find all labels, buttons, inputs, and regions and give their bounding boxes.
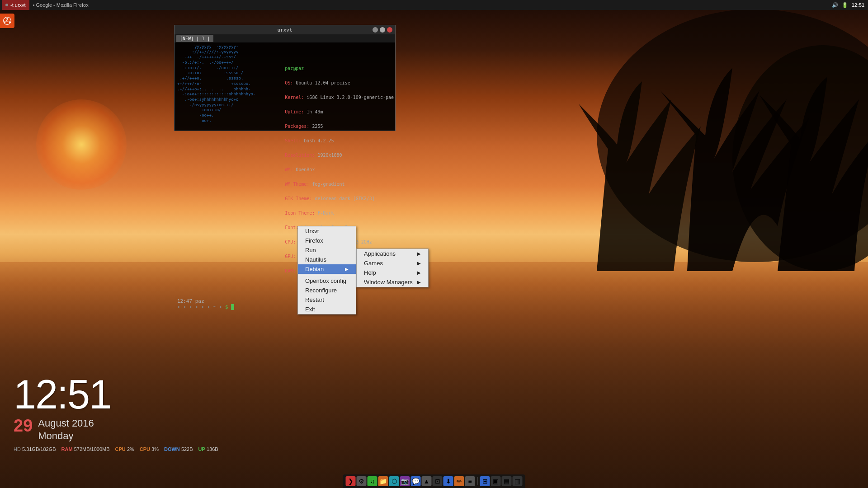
bottom-dock: ❯ ⚙ ♫ 📁 ⬡ 📷 💬 ▲ ⊡ ⬇ ✏ ≡ ⊞ ▣ ▤ ▥ [343, 474, 525, 488]
menu-label-run: Run [305, 247, 316, 253]
prompt-cursor: $ █ [225, 304, 234, 310]
terminal-window: urxvt [NEW] | 1 | yyyyyyy -yyyyyyy- ://+… [174, 25, 396, 131]
stat-up: UP 136B [198, 446, 218, 452]
menu-label-openbox-config: Openbox config [305, 277, 346, 284]
stat-up-value: 136B [207, 446, 218, 452]
menu-arrow-help: ▶ [417, 270, 421, 275]
svg-point-5 [9, 21, 10, 23]
menu-item-run[interactable]: Run [298, 245, 356, 255]
dock-icon-paint[interactable]: ✏ [454, 476, 464, 486]
stat-cpu2: CPU 3% [140, 446, 159, 452]
water-reflection [0, 262, 868, 488]
dock-icon-terminal[interactable]: ❯ [346, 476, 356, 486]
task-firefox-label: • Google - Mozilla Firefox [33, 2, 89, 8]
menu-item-games[interactable]: Games ▶ [357, 258, 428, 268]
dock-icon-calc[interactable]: ≡ [465, 476, 475, 486]
clock-date-text: August 2016 Monday [38, 417, 94, 443]
stat-cpu1: CPU 2% [115, 446, 134, 452]
main-menu: Urxvt Firefox Run Nautilus Debian ▶ Open… [297, 226, 356, 314]
clock-day-number: 29 [14, 417, 33, 434]
clock-month-year: August 2016 [38, 417, 94, 430]
clock-day-name: Monday [38, 430, 94, 443]
terminal-title: urxvt [277, 27, 292, 33]
menu-item-exit[interactable]: Exit [298, 305, 356, 314]
menu-arrow-applications: ▶ [417, 251, 421, 256]
terminal-tab-label: [NEW] | 1 | [180, 36, 210, 41]
dock-icon-files[interactable]: 📁 [378, 476, 388, 486]
menu-separator [298, 275, 356, 275]
ubuntu-logo [3, 16, 12, 25]
dock-separator [477, 477, 478, 485]
battery-icon: 🔋 [842, 2, 848, 8]
dock-icon-download[interactable]: ⬇ [443, 476, 453, 486]
menu-label-applications: Applications [364, 250, 396, 257]
menu-item-nautilus[interactable]: Nautilus [298, 255, 356, 264]
menu-label-reconfigure: Reconfigure [305, 287, 337, 294]
close-button[interactable] [387, 27, 392, 33]
dock-icon-network[interactable]: ⬡ [389, 476, 399, 486]
terminal-tabs: [NEW] | 1 | [175, 34, 395, 42]
menu-item-urxvt[interactable]: Urxvt [298, 226, 356, 236]
stat-hd: HD 5.31GB/182GB [14, 446, 56, 452]
submenu-debian: Applications ▶ Games ▶ Help ▶ Window Man… [356, 249, 429, 287]
window-controls [373, 27, 392, 33]
stat-up-label: UP [198, 446, 205, 452]
ubuntu-button[interactable] [0, 14, 14, 28]
volume-icon[interactable]: 🔊 [832, 2, 838, 8]
prompt-dots: • • • • • • ~ • [177, 304, 222, 310]
menu-label-urxvt: Urxvt [305, 228, 319, 235]
stat-hd-value: 5.31GB/182GB [22, 446, 56, 452]
menu-label-firefox: Firefox [305, 237, 323, 244]
menu-label-help: Help [364, 269, 376, 276]
dock-icon-music[interactable]: ♫ [368, 476, 377, 486]
stat-ram: RAM 572MB/1000MB [61, 446, 110, 452]
taskbar-clock: 12:51 [852, 2, 864, 8]
clock-widget: 12:51 29 August 2016 Monday [14, 374, 111, 443]
dock-icon-up[interactable]: ▲ [422, 476, 432, 486]
stat-down-value: 522B [181, 446, 193, 452]
prompt-time: 12:47 paz [177, 298, 204, 304]
dock-icon-preview2[interactable]: ▤ [502, 476, 512, 486]
maximize-button[interactable] [380, 27, 385, 33]
menu-item-help[interactable]: Help ▶ [357, 268, 428, 277]
task-firefox[interactable]: • Google - Mozilla Firefox [29, 0, 92, 10]
menu-item-debian[interactable]: Debian ▶ [298, 264, 356, 274]
stat-down: DOWN 522B [164, 446, 193, 452]
terminal-prompt: 12:47 paz • • • • • • ~ • $ █ [175, 297, 395, 311]
system-stats: HD 5.31GB/182GB RAM 572MB/1000MB CPU 2% … [14, 446, 218, 452]
menu-item-restart[interactable]: Restart [298, 295, 356, 305]
stat-cpu2-label: CPU [140, 446, 150, 452]
dock-icon-map[interactable]: ⊡ [433, 476, 443, 486]
terminal-titlebar: urxvt [175, 25, 395, 34]
menu-item-reconfigure[interactable]: Reconfigure [298, 286, 356, 295]
terminal-ascii-art: yyyyyyy -yyyyyyy- ://++/////:-yyyyyyy -+… [177, 44, 259, 296]
dock-icon-screenshot[interactable]: 📷 [400, 476, 410, 486]
menu-item-window-managers[interactable]: Window Managers ▶ [357, 277, 428, 287]
minimize-button[interactable] [373, 27, 378, 33]
dock-icon-preview[interactable]: ▣ [491, 476, 501, 486]
terminal-tab[interactable]: [NEW] | 1 | [176, 35, 213, 42]
menu-item-applications[interactable]: Applications ▶ [357, 249, 428, 258]
stat-hd-label: HD [14, 446, 21, 452]
context-menu: Urxvt Firefox Run Nautilus Debian ▶ Open… [297, 226, 356, 314]
stat-cpu-label-orange: CPU [115, 446, 126, 452]
svg-point-4 [4, 21, 5, 23]
dock-icon-workspace[interactable]: ⊞ [480, 476, 490, 486]
menu-label-restart: Restart [305, 296, 324, 303]
menu-label-nautilus: Nautilus [305, 256, 326, 263]
menu-item-firefox[interactable]: Firefox [298, 236, 356, 245]
menu-label-games: Games [364, 260, 383, 267]
dock-icon-settings[interactable]: ⚙ [357, 476, 367, 486]
taskbar-right: 🔊 🔋 12:51 [828, 0, 868, 10]
menu-item-openbox-config[interactable]: Openbox config [298, 276, 356, 286]
task-urxvt[interactable]: -t urxvt [2, 0, 29, 10]
stat-ram-label-red: RAM [61, 446, 73, 452]
svg-line-7 [7, 19, 9, 21]
dock-icon-preview3[interactable]: ▥ [513, 476, 523, 486]
info-user: paz@paz [285, 66, 304, 71]
clock-time: 12:51 [14, 374, 111, 415]
stat-down-label: DOWN [164, 446, 180, 452]
task-urxvt-label: -t urxvt [10, 2, 26, 8]
dock-icon-chat[interactable]: 💬 [411, 476, 421, 486]
menu-label-exit: Exit [305, 306, 315, 313]
